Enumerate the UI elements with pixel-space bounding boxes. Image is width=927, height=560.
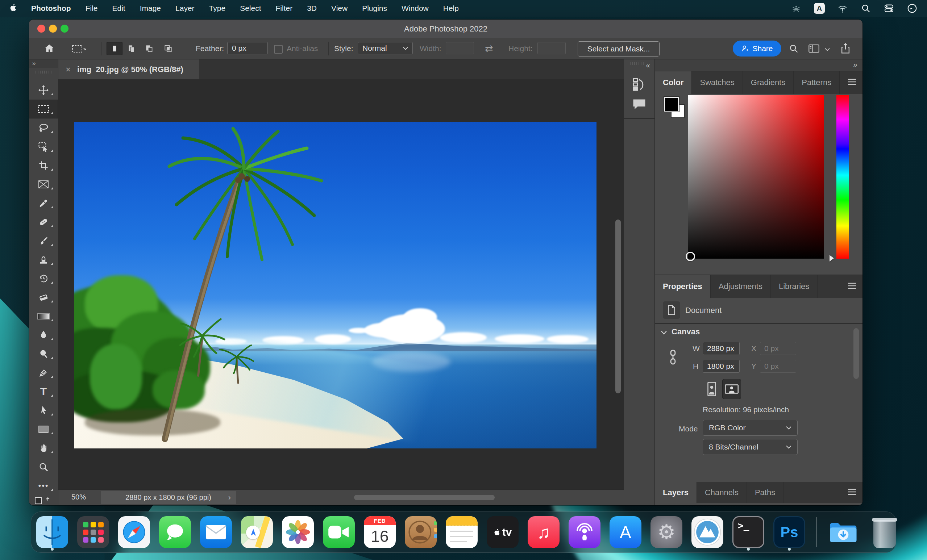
home-icon[interactable] [44,43,55,55]
width-input[interactable] [446,42,474,54]
comments-panel-icon[interactable] [632,98,646,112]
apple-menu[interactable] [0,3,24,14]
spotlight-search-icon[interactable] [860,3,871,14]
tab-paths[interactable]: Paths [747,482,784,503]
canvas-section-header[interactable]: Canvas [672,327,700,337]
intersect-selection-mode-button[interactable] [160,42,176,55]
panel-menu-icon[interactable] [847,79,857,87]
gradient-tool[interactable] [29,307,58,326]
share-button[interactable]: Share [733,41,781,56]
document-properties-icon[interactable] [663,301,680,319]
dock-settings-icon[interactable]: ⚙ [650,516,682,548]
toolbar-expand[interactable]: » [29,59,58,68]
close-tab-icon[interactable]: × [65,64,71,74]
rectangle-tool[interactable] [29,420,58,439]
antivirus-spider-icon[interactable] [791,3,802,14]
tab-patterns[interactable]: Patterns [794,71,840,94]
dock-appcleaner-icon[interactable] [691,516,723,548]
canvas-image[interactable] [74,122,597,448]
dock-podcasts-icon[interactable] [568,516,600,548]
wifi-warning-icon[interactable] [837,3,848,14]
style-select[interactable]: Normal [358,42,413,54]
crop-tool[interactable] [29,156,58,175]
menu-item-window[interactable]: Window [394,4,436,13]
window-titlebar[interactable]: Adobe Photoshop 2022 [29,20,863,38]
brush-tool[interactable] [29,231,58,250]
frame-tool[interactable] [29,175,58,194]
dock-downloads-icon[interactable] [828,516,860,548]
canvas-width-input[interactable]: 2880 px [703,342,740,355]
toolbar-grip[interactable] [35,71,52,74]
clone-stamp-tool[interactable] [29,250,58,269]
edit-toolbar-ellipsis[interactable]: ••• [29,477,58,495]
tab-swatches[interactable]: Swatches [692,71,743,94]
dock-launchpad-icon[interactable] [77,516,109,548]
workspace-switcher-icon[interactable] [808,44,820,55]
chevron-right-icon[interactable]: › [228,493,231,502]
horizontal-scrollbar[interactable] [354,495,495,500]
eyedropper-tool[interactable] [29,194,58,212]
menu-item-select[interactable]: Select [233,4,268,13]
foreground-color-swatch[interactable] [664,97,679,112]
new-selection-mode-button[interactable] [106,42,123,55]
document-tab[interactable]: × img_20.jpg @ 50% (RGB/8#) [58,59,199,79]
color-mode-select[interactable]: RGB Color [703,420,798,436]
tab-adjustments[interactable]: Adjustments [711,275,771,298]
dock-appstore-icon[interactable]: A [609,516,641,548]
dock-photoshop-icon[interactable]: Ps [774,516,805,548]
blur-tool[interactable] [29,326,58,344]
hand-tool[interactable] [29,439,58,457]
dodge-tool[interactable] [29,344,58,363]
dock-music-icon[interactable]: ♫ [527,516,559,548]
menu-item-plugins[interactable]: Plugins [355,4,394,13]
panel-grip[interactable] [630,62,644,65]
portrait-orientation-button[interactable] [705,380,719,398]
bit-depth-select[interactable]: 8 Bits/Channel [703,439,798,455]
dock-trash-icon[interactable] [869,516,901,548]
eraser-tool[interactable] [29,288,58,307]
chevron-down-icon[interactable] [825,46,830,53]
history-panel-icon[interactable] [631,77,646,93]
menu-item-layer[interactable]: Layer [168,4,202,13]
panel-menu-icon[interactable] [847,282,857,290]
menu-item-view[interactable]: View [324,4,355,13]
landscape-orientation-button[interactable] [722,379,741,399]
dock-facetime-icon[interactable] [323,516,355,548]
canvas-y-input[interactable]: 0 px [760,360,796,373]
object-selection-tool[interactable] [29,137,58,156]
select-and-mask-button[interactable]: Select and Mask... [577,41,660,56]
dock-appletv-icon[interactable]: tv [487,516,518,548]
tab-properties[interactable]: Properties [655,275,711,298]
type-tool[interactable]: T [29,382,58,401]
pen-tool[interactable] [29,363,58,382]
tab-libraries[interactable]: Libraries [771,275,818,298]
dock-maps-icon[interactable] [241,516,273,548]
expand-panels-control[interactable]: » [853,60,857,69]
menu-item-photoshop[interactable]: Photoshop [24,4,78,13]
dock-mail-icon[interactable] [200,516,232,548]
dock-calendar-icon[interactable]: FEB 16 [364,516,396,548]
tool-preset-marquee-icon[interactable] [72,44,86,55]
vertical-scrollbar[interactable] [615,220,621,393]
dock-safari-icon[interactable] [118,516,150,548]
dock-photos-icon[interactable] [282,516,314,548]
spot-healing-brush-tool[interactable] [29,212,58,231]
color-picker-handle[interactable] [685,252,695,261]
path-selection-tool[interactable] [29,401,58,420]
add-to-selection-mode-button[interactable] [124,42,140,55]
panel-menu-icon[interactable] [847,489,857,496]
dock-messages-icon[interactable] [159,516,191,548]
control-center-icon[interactable] [883,3,894,14]
dock-notes-icon[interactable] [446,516,478,548]
history-brush-tool[interactable] [29,269,58,288]
color-saturation-brightness-field[interactable] [688,95,824,259]
clock-icon[interactable] [907,3,918,14]
canvas-pasteboard[interactable] [58,79,624,490]
move-tool[interactable] [29,81,58,100]
menu-item-file[interactable]: File [78,4,105,13]
dock-contacts-icon[interactable] [405,516,437,548]
subtract-from-selection-mode-button[interactable] [141,42,157,55]
antialias-checkbox[interactable] [274,45,283,54]
hue-slider-handle[interactable] [830,255,834,261]
zoom-level[interactable]: 50% [71,493,86,501]
